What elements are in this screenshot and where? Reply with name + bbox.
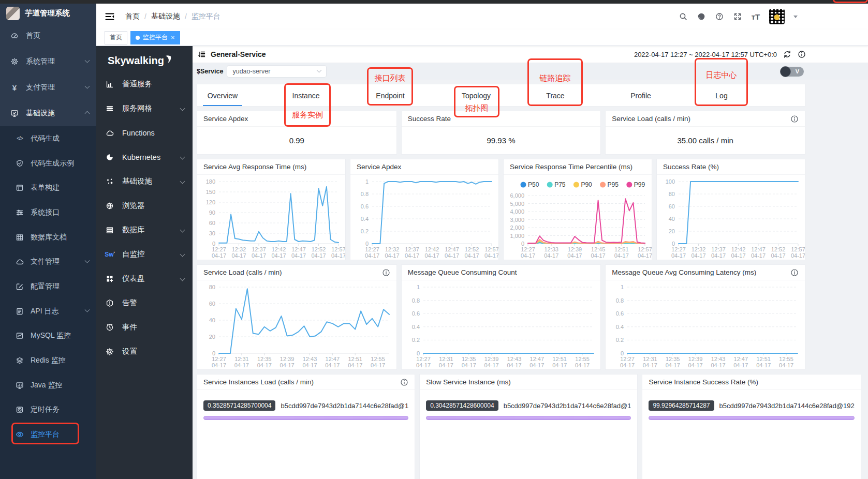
tab-topology[interactable]: Topology: [462, 84, 491, 107]
search-icon[interactable]: [679, 12, 688, 21]
svg-text:20: 20: [669, 228, 675, 234]
gear-icon: [10, 57, 19, 66]
sw-sidebar-item-kubernetes[interactable]: Kubernetes: [96, 145, 193, 169]
view-toggle[interactable]: V: [781, 67, 804, 77]
sidebar-item-redis-monitor[interactable]: Redis 监控: [0, 348, 96, 373]
svg-text:04-17: 04-17: [620, 362, 635, 368]
sidebar-item-config-management[interactable]: 配置管理: [0, 274, 96, 299]
svg-text:12:55: 12:55: [371, 356, 385, 362]
sw-item-label: Functions: [122, 129, 155, 137]
breadcrumb-infrastructure[interactable]: 基础设施: [151, 12, 180, 21]
sw-sidebar-item-functions[interactable]: Functions: [96, 121, 193, 145]
panel-collapse-icon[interactable]: [198, 50, 206, 58]
svg-text:1: 1: [621, 284, 624, 290]
chevron-down-icon: [85, 307, 90, 312]
sw-sidebar-item-dashboards[interactable]: 仪表盘: [96, 266, 193, 291]
svg-text:12:39: 12:39: [280, 356, 295, 362]
instance-card-body: 0.35285714285700004 b5cdd997de7943d2b1da…: [197, 390, 415, 420]
help-icon[interactable]: [715, 12, 724, 21]
svg-text:2,000: 2,000: [510, 224, 524, 231]
font-size-icon[interactable]: тT: [751, 12, 760, 21]
svg-text:04-17: 04-17: [544, 252, 558, 259]
line-chart: 00.20.40.60.8112:2704-1712:3104-1712:350…: [402, 280, 601, 369]
sidebar-item-system-api[interactable]: 系统接口: [0, 200, 96, 225]
sidebar-item-database-doc[interactable]: 数据库文档: [0, 225, 96, 250]
sw-sidebar-item-settings[interactable]: 设置: [96, 339, 193, 364]
active-dot: [136, 36, 140, 40]
sidebar-item-api-log[interactable]: API 日志: [0, 299, 96, 324]
svg-text:P90: P90: [581, 181, 592, 188]
instance-id[interactable]: b5cdd997de7943d2b1da7144c6e28fad@192: [719, 402, 855, 410]
sidebar-item-payment-management[interactable]: ¥支付管理: [0, 74, 96, 100]
instance-id[interactable]: b5cdd997de7943d2b1da7144c6e28fad@1: [281, 402, 408, 410]
sidebar-item-label: 代码生成示例: [31, 159, 74, 168]
sidebar-item-home[interactable]: 首页: [0, 23, 96, 49]
breadcrumb: 首页 / 基础设施 / 监控平台: [125, 12, 220, 21]
info-icon[interactable]: [790, 115, 799, 123]
tab-profile[interactable]: Profile: [630, 84, 651, 107]
service-select[interactable]: yudao-server: [227, 65, 327, 78]
chart-card-title: Success Rate (%): [657, 159, 805, 175]
sw-sidebar-item-browser[interactable]: 浏览器: [96, 193, 193, 218]
sidebar-item-infrastructure[interactable]: 基础设施: [0, 100, 96, 126]
sidebar-item-form-builder[interactable]: 表单构建: [0, 175, 96, 200]
sidebar-item-mysql-monitor[interactable]: MySQL 监控: [0, 324, 96, 349]
sw-sidebar-item-service-mesh[interactable]: 服务网格: [96, 96, 193, 121]
sidebar-item-java-monitor[interactable]: Java 监控: [0, 373, 96, 398]
chart-card-title: Message Queue Avg Consuming Latency (ms): [606, 265, 805, 280]
svg-text:04-17: 04-17: [424, 252, 439, 259]
sidebar-item-file-management[interactable]: 文件管理: [0, 249, 96, 274]
sw-sidebar-item-database[interactable]: 数据库: [96, 218, 193, 242]
svg-text:12:55: 12:55: [779, 356, 794, 362]
sw-sidebar-item-alerting[interactable]: 告警: [96, 291, 193, 315]
svg-text:04-17: 04-17: [521, 252, 535, 259]
cloud-icon: [106, 129, 114, 137]
svg-text:12:32: 12:32: [232, 246, 246, 252]
info-icon[interactable]: [790, 268, 799, 277]
sidebar-item-system-management[interactable]: 系统管理: [0, 49, 96, 74]
sw-sidebar-item-events[interactable]: 事件: [96, 315, 193, 339]
svg-text:12:27: 12:27: [365, 246, 379, 252]
info-icon[interactable]: [382, 268, 390, 277]
fullscreen-icon[interactable]: [733, 12, 742, 21]
app-logo-row[interactable]: 芋道管理系统: [0, 4, 96, 23]
sidebar-item-code-generation-example[interactable]: 代码生成示例: [0, 151, 96, 176]
user-avatar[interactable]: [769, 9, 785, 24]
sidebar-item-label: 文件管理: [31, 257, 60, 266]
svg-text:12:27: 12:27: [416, 356, 431, 362]
tab-endpoint[interactable]: Endpoint: [376, 84, 404, 107]
github-icon[interactable]: [697, 12, 706, 21]
svg-text:04-17: 04-17: [779, 362, 793, 368]
sw-sidebar-item-general-service[interactable]: 普通服务: [96, 72, 193, 96]
chevron-down-icon[interactable]: [793, 16, 798, 18]
sidebar-item-label: 数据库文档: [31, 233, 67, 242]
time-range-text[interactable]: 2022-04-17 12:27 ~ 2022-04-17 12:57 UTC+…: [634, 51, 777, 58]
svg-text:04-17: 04-17: [461, 362, 476, 368]
svg-text:0.6: 0.6: [616, 310, 624, 317]
tab-trace[interactable]: Trace: [546, 84, 564, 107]
tab-instance[interactable]: Instance: [292, 84, 320, 107]
info-icon[interactable]: [798, 50, 806, 58]
tag-monitor-platform[interactable]: 监控平台 ×: [130, 31, 180, 44]
tag-home[interactable]: 首页: [105, 31, 127, 44]
sw-item-label: 普通服务: [122, 79, 152, 89]
tab-overview[interactable]: Overview: [208, 84, 238, 107]
svg-text:20: 20: [209, 334, 215, 340]
sw-sidebar-item-self-observability[interactable]: Swʹ自监控: [96, 242, 193, 266]
svg-text:0.8: 0.8: [411, 297, 419, 304]
sidebar-item-code-generation[interactable]: </>代码生成: [0, 126, 96, 151]
instance-id[interactable]: b5cdd997de7943d2b1da7144c6e28fad@1: [504, 402, 631, 410]
sidebar-item-monitor-platform[interactable]: 监控平台: [0, 422, 96, 447]
sidebar-collapse-icon[interactable]: [105, 11, 115, 22]
sw-sidebar-item-infrastructure[interactable]: 基础设施: [96, 169, 193, 193]
refresh-icon[interactable]: [783, 50, 791, 58]
breadcrumb-home[interactable]: 首页: [125, 12, 140, 21]
close-icon[interactable]: ×: [171, 34, 175, 41]
info-icon[interactable]: [400, 378, 408, 386]
svg-text:12:52: 12:52: [771, 246, 786, 252]
instance-card-0: Service Instances Load (calls / min) 0.3…: [197, 374, 415, 479]
svg-text:12:57: 12:57: [331, 246, 345, 252]
db-icon: [106, 226, 114, 234]
sidebar-item-scheduled-task[interactable]: 定时任务: [0, 398, 96, 423]
tab-log[interactable]: Log: [715, 84, 727, 107]
